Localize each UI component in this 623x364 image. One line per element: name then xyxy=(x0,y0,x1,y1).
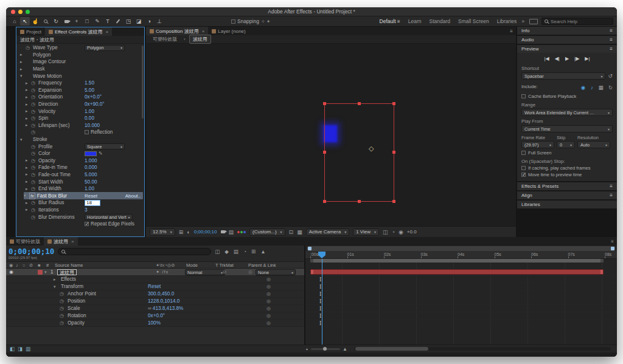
property-value[interactable]: 1.00 xyxy=(85,109,94,114)
property-value[interactable]: 5.00 xyxy=(85,88,94,93)
ec-row-stroke[interactable]: ▾Stroke xyxy=(16,136,144,143)
solo-column-icon[interactable]: ○ xyxy=(23,262,26,268)
property-edit-field[interactable]: 18 xyxy=(85,200,100,206)
twirl-icon[interactable]: ▸ xyxy=(20,52,26,57)
zoom-in-icon[interactable]: ▲ xyxy=(343,346,347,352)
ec-row-orientation[interactable]: ▸◷Orientation0x+0.0° xyxy=(16,94,144,101)
stopwatch-icon[interactable]: ◷ xyxy=(31,123,38,128)
layer-trkmat-icon[interactable]: ⊘ xyxy=(223,269,227,275)
timeline-row-opacity[interactable]: ◷Opacity100%◎ xyxy=(6,320,304,327)
stopwatch-icon[interactable]: ◷ xyxy=(31,207,38,213)
track-row-scale[interactable]: I xyxy=(305,305,617,312)
pen-tool-icon[interactable]: ✎ xyxy=(92,17,102,26)
play-button[interactable]: ▶ xyxy=(565,56,569,61)
selection-tool-icon[interactable]: ↖ xyxy=(20,17,30,26)
twirl-icon[interactable]: ▸ xyxy=(26,123,31,128)
stopwatch-icon[interactable]: ◷ xyxy=(31,101,38,107)
ec-row-blur-radius[interactable]: ▸◷Blur Radius18 xyxy=(16,199,144,207)
panel-menu-icon[interactable]: ≡ xyxy=(608,237,617,246)
current-timecode[interactable]: 0;00;00;10 xyxy=(9,247,54,256)
twirl-icon[interactable]: ▸ xyxy=(26,116,31,121)
layer-selection-bounds[interactable] xyxy=(324,103,394,202)
timeline-row-anchor-point[interactable]: ◷Anchor Point300.0,450.0◎ xyxy=(6,290,304,298)
effect-controls-scrollbar[interactable] xyxy=(142,46,144,118)
stopwatch-icon[interactable]: ◷ xyxy=(31,129,38,135)
viewer-tab-x1[interactable]: 波紋用 xyxy=(189,35,211,44)
timeline-tab-x1[interactable]: 波紋用× xyxy=(44,237,78,246)
pickwhip-icon[interactable]: ◎ xyxy=(266,320,271,326)
twirl-icon[interactable]: ▸ xyxy=(26,207,31,212)
twirl-icon[interactable]: ▾ xyxy=(20,74,26,78)
workspace-default[interactable]: Default ≡ xyxy=(380,18,400,24)
stopwatch-icon[interactable]: ◷ xyxy=(26,45,33,50)
layer-visibility-icon[interactable]: ◉ xyxy=(9,269,13,275)
pickwhip-icon[interactable]: ◎ xyxy=(266,312,271,319)
ec-row-profile[interactable]: ◷ProfileSquare▾ xyxy=(16,143,144,150)
ec-row-lifespan-sec[interactable]: ▸◷Lifespan (sec)10.000 xyxy=(16,122,144,129)
info-panel-header[interactable]: Info ≡ xyxy=(517,27,617,35)
include-audio-icon[interactable]: ♪ xyxy=(591,84,593,91)
ec-row-iterations[interactable]: ▸◷Iterations3 xyxy=(16,207,144,214)
stopwatch-icon[interactable]: ◷ xyxy=(31,144,38,149)
selection-handle[interactable] xyxy=(392,102,395,105)
twirl-icon[interactable]: ▸ xyxy=(26,81,31,86)
next-frame-button[interactable]: |▶ xyxy=(574,56,579,61)
twirl-icon[interactable]: ▸ xyxy=(26,95,31,100)
eyedropper-icon[interactable]: ✎ xyxy=(99,151,103,156)
mask-visibility-icon[interactable]: ◐ xyxy=(187,229,190,235)
zoom-window-button[interactable] xyxy=(26,10,30,14)
property-value[interactable]: 1.00 xyxy=(85,186,94,191)
close-window-button[interactable] xyxy=(11,10,15,14)
ec-row-expansion[interactable]: ▸◷Expansion5.00 xyxy=(16,87,144,94)
composition-tab-composition[interactable]: Composition 波紋用× xyxy=(146,27,208,35)
search-help-input[interactable]: Search Help xyxy=(541,18,613,25)
panel-menu-icon[interactable]: ≡ xyxy=(507,27,516,35)
ec-row-end-width[interactable]: ▸◷End Width1.00 xyxy=(16,185,144,193)
camera-tool-icon[interactable] xyxy=(61,17,71,26)
link-icon[interactable]: ∞ xyxy=(148,306,151,311)
toggle-layer-switches-icon[interactable]: ◧ xyxy=(10,346,15,352)
twirl-icon[interactable]: ▸ xyxy=(26,201,31,205)
stopwatch-icon[interactable]: ◷ xyxy=(60,290,64,297)
ec-row-blur-dimensions[interactable]: ◷Blur DimensionsHorizontal and Vert▾ xyxy=(16,213,144,221)
effect-controls-tab-project[interactable]: Project xyxy=(16,27,45,36)
property-value[interactable]: 10.000 xyxy=(85,123,100,128)
ec-row-color[interactable]: ◷Color✎ xyxy=(16,150,144,157)
ec-row-velocity[interactable]: ▸◷Velocity1.00 xyxy=(16,108,144,115)
toggle-transfer-controls-icon[interactable]: ◨ xyxy=(18,346,23,352)
panel-menu-icon[interactable]: ≡ xyxy=(610,184,613,189)
puppet-pin-tool-icon[interactable]: ⊥ xyxy=(155,17,164,26)
twirl-icon[interactable]: ▸ xyxy=(26,165,31,170)
track-row-opacity[interactable]: I xyxy=(305,320,617,327)
roto-brush-tool-icon[interactable]: ◑ xyxy=(144,17,154,26)
layer-label-color[interactable] xyxy=(38,270,43,275)
reset-preview-icon[interactable]: ↺ xyxy=(608,73,613,79)
skip-dropdown[interactable]: 0▾ xyxy=(557,141,575,148)
timeline-search-input[interactable] xyxy=(58,248,211,255)
cache-before-playback-checkbox[interactable] xyxy=(521,94,526,98)
selection-handle[interactable] xyxy=(392,151,395,154)
include-refresh-icon[interactable]: ↻ xyxy=(608,84,613,91)
move-time-checkbox[interactable] xyxy=(521,173,526,177)
property-value[interactable]: 300.0,450.0 xyxy=(148,290,174,297)
viewer-tab-scroll-icon[interactable]: ‹ xyxy=(184,36,186,42)
stopwatch-icon[interactable]: ◷ xyxy=(31,215,38,220)
resolution-dropdown[interactable]: (Custom...)▾ xyxy=(249,228,285,236)
effect-reset-link[interactable]: Reset xyxy=(85,193,97,199)
anchor-point-icon[interactable]: ◇ xyxy=(369,145,374,153)
stopwatch-icon[interactable]: ◷ xyxy=(60,320,64,326)
time-navigator[interactable] xyxy=(307,246,615,251)
hand-tool-icon[interactable]: ☝ xyxy=(30,17,40,26)
full-screen-checkbox[interactable] xyxy=(521,151,526,155)
composition-viewport[interactable]: ◇ xyxy=(146,44,516,226)
property-value[interactable]: Reset xyxy=(148,283,161,290)
view-layout-dropdown[interactable]: 1 View▾ xyxy=(353,228,379,236)
mode-column[interactable]: Mode xyxy=(186,262,198,268)
twirl-icon[interactable]: ▸ xyxy=(26,172,31,177)
color-swatch[interactable] xyxy=(85,151,97,156)
property-value[interactable]: 1.50 xyxy=(85,80,94,86)
fast-previews-icon[interactable]: ◔ xyxy=(392,229,395,235)
timeline-row-effects[interactable]: ▸Effects◎ xyxy=(6,276,304,283)
pickwhip-icon[interactable]: ◎ xyxy=(266,283,271,290)
play-from-dropdown[interactable]: Current Time▾ xyxy=(521,125,613,132)
